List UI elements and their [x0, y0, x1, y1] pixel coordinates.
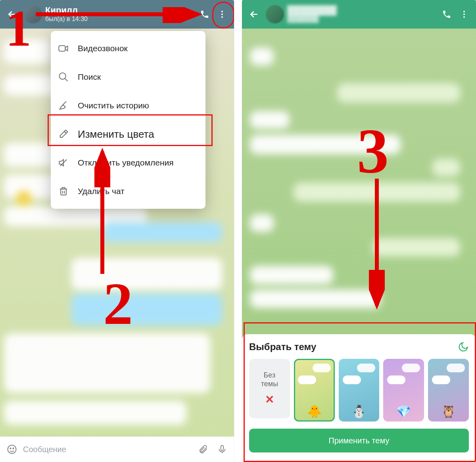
- svg-rect-5: [61, 189, 66, 195]
- menu-item-videocall[interactable]: Видеозвонок: [51, 34, 205, 63]
- menu-item-label: Очистить историю: [78, 101, 149, 110]
- chat-header: Кирилл был(а) в 14:30: [0, 0, 234, 29]
- theme-option-gem[interactable]: 💎: [383, 359, 424, 422]
- contact-last-seen: был(а) в 14:30: [45, 15, 88, 23]
- contact-last-seen: ███████: [287, 15, 337, 23]
- contact-info[interactable]: Кирилл был(а) в 14:30: [45, 6, 88, 23]
- mute-icon: [58, 157, 69, 168]
- svg-point-7: [10, 448, 11, 449]
- menu-item-mute[interactable]: Отключить уведомления: [51, 148, 205, 177]
- voice-button[interactable]: [214, 441, 230, 457]
- more-button[interactable]: [455, 6, 473, 23]
- sheet-title: Выбрать тему: [249, 341, 316, 352]
- svg-point-4: [60, 73, 66, 79]
- svg-point-1: [221, 13, 223, 15]
- call-button[interactable]: [438, 6, 455, 23]
- menu-item-search[interactable]: Поиск: [51, 63, 205, 91]
- screenshot-step-1-2: Кирилл был(а) в 14:30 Видеозвонок Поиск: [0, 0, 234, 462]
- svg-point-8: [13, 448, 13, 449]
- theme-option-owl[interactable]: 🦉: [428, 359, 469, 422]
- contact-name: Кирилл: [45, 6, 88, 15]
- contact-avatar[interactable]: [24, 5, 42, 23]
- theme-option-none[interactable]: Без темы ✕: [249, 359, 290, 418]
- close-icon: ✕: [265, 393, 274, 406]
- message-input[interactable]: Сообщение: [23, 445, 192, 454]
- contact-avatar[interactable]: [266, 5, 284, 23]
- back-button[interactable]: [245, 6, 263, 23]
- menu-item-label: Удалить чат: [78, 187, 125, 196]
- theme-emoji: 🦉: [441, 404, 456, 418]
- emoji-button[interactable]: [4, 441, 20, 457]
- svg-point-2: [221, 16, 223, 18]
- svg-point-6: [8, 445, 16, 454]
- apply-theme-button[interactable]: Применить тему: [249, 429, 469, 452]
- menu-item-label: Изменить цвета: [78, 128, 154, 141]
- apply-theme-label: Применить тему: [329, 436, 390, 445]
- menu-item-delete-chat[interactable]: Удалить чат: [51, 177, 205, 206]
- theme-emoji: ⛄: [351, 404, 366, 418]
- no-theme-label: Без темы: [261, 371, 278, 388]
- broom-icon: [58, 100, 69, 111]
- theme-emoji: 💎: [396, 404, 411, 418]
- night-mode-icon[interactable]: [458, 341, 469, 352]
- search-icon: [58, 71, 69, 83]
- call-button[interactable]: [196, 6, 213, 23]
- svg-point-13: [463, 13, 465, 15]
- theme-picker-sheet: Выбрать тему Без темы ✕ 🐥 ⛄: [242, 334, 476, 462]
- back-button[interactable]: [3, 6, 21, 23]
- theme-list: Без темы ✕ 🐥 ⛄ 💎 🦉: [249, 359, 469, 422]
- chat-header: ████████ ███████: [242, 0, 476, 29]
- trash-icon: [58, 186, 69, 197]
- svg-point-0: [221, 11, 223, 12]
- chat-options-menu: Видеозвонок Поиск Очистить историю Измен…: [51, 31, 205, 209]
- contact-name: ████████: [287, 6, 337, 15]
- menu-item-clear-history[interactable]: Очистить историю: [51, 91, 205, 120]
- theme-option-snowman[interactable]: ⛄: [339, 359, 380, 422]
- menu-item-change-colors[interactable]: Изменить цвета: [51, 120, 205, 148]
- menu-item-label: Отключить уведомления: [78, 158, 174, 167]
- theme-emoji: 🐥: [307, 404, 322, 418]
- brush-icon: [58, 129, 69, 140]
- theme-option-chick[interactable]: 🐥: [294, 359, 335, 422]
- svg-rect-3: [59, 46, 65, 51]
- message-input-bar: Сообщение: [0, 437, 234, 462]
- screenshot-step-3: ████████ ███████ 3 Выбрать тему: [242, 0, 476, 462]
- contact-info[interactable]: ████████ ███████: [287, 6, 337, 23]
- attach-button[interactable]: [195, 441, 211, 457]
- menu-item-label: Поиск: [78, 72, 101, 82]
- svg-point-14: [463, 16, 465, 18]
- svg-point-12: [463, 11, 465, 12]
- menu-item-label: Видеозвонок: [78, 44, 128, 53]
- svg-rect-9: [221, 445, 224, 450]
- more-button[interactable]: [213, 6, 231, 23]
- videocam-icon: [58, 43, 69, 54]
